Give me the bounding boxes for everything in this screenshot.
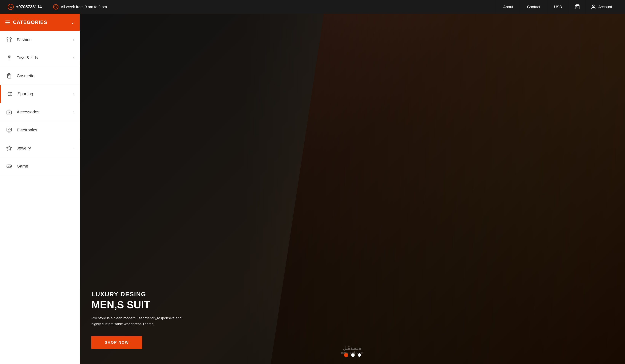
- toys-arrow: ›: [73, 56, 74, 60]
- currency-selector[interactable]: USD: [547, 0, 569, 14]
- jewelry-icon: [5, 145, 13, 151]
- sidebar-item-cosmetic[interactable]: Cosmetic: [0, 67, 80, 85]
- svg-point-20: [10, 166, 11, 167]
- sidebar-item-toys[interactable]: Toys & kids ›: [0, 49, 80, 67]
- sidebar-item-electronics[interactable]: Electronics: [0, 121, 80, 139]
- fashion-icon: [5, 37, 13, 43]
- sidebar-item-jewelry[interactable]: Jewelry ›: [0, 139, 80, 157]
- sidebar-item-fashion[interactable]: Fashion ›: [0, 31, 80, 49]
- phone-contact[interactable]: +9705733114: [8, 4, 42, 10]
- categories-header-left: CATEGORIES: [5, 19, 47, 25]
- hero-description: Pro store is a clean,modern,user friendl…: [91, 315, 183, 327]
- shop-now-button[interactable]: SHOP NOW: [91, 336, 142, 349]
- jewelry-arrow: ›: [73, 146, 74, 150]
- sidebar: CATEGORIES ⌄ Fashion ›: [0, 14, 80, 364]
- cart-icon: [575, 4, 580, 9]
- main-layout: CATEGORIES ⌄ Fashion ›: [0, 14, 625, 364]
- cosmetic-icon: [5, 73, 13, 79]
- hero-title: MEN,S SUIT: [91, 299, 183, 310]
- hamburger-icon: [5, 21, 10, 24]
- hours-info: All week from 9 am to 9 pm: [53, 4, 496, 9]
- svg-point-5: [10, 56, 10, 57]
- hero-section: LUXURY DESING MEN,S SUIT Pro store is a …: [80, 14, 625, 364]
- cart-button[interactable]: [569, 0, 585, 14]
- sporting-icon: [6, 91, 14, 97]
- about-link[interactable]: About: [496, 0, 520, 14]
- account-icon: [591, 4, 596, 9]
- svg-rect-6: [8, 74, 10, 75]
- fashion-label: Fashion: [17, 37, 69, 42]
- topbar-navigation: About Contact USD Account: [496, 0, 617, 14]
- phone-icon: [8, 4, 14, 10]
- electronics-icon: [5, 127, 13, 133]
- slider-dot-2[interactable]: [351, 353, 355, 357]
- hero-subtitle: LUXURY DESING: [91, 291, 183, 298]
- sidebar-item-sporting[interactable]: Sporting ›: [0, 85, 80, 103]
- svg-point-4: [8, 56, 9, 57]
- account-label: Account: [598, 5, 612, 9]
- slider-dot-3[interactable]: [358, 353, 361, 357]
- sidebar-item-accessories[interactable]: Accessories ›: [0, 103, 80, 121]
- sidebar-item-game[interactable]: Game: [0, 157, 80, 175]
- toys-icon: [5, 55, 13, 61]
- jewelry-label: Jewelry: [17, 146, 69, 151]
- electronics-label: Electronics: [17, 128, 74, 133]
- phone-number: +9705733114: [16, 4, 42, 9]
- cosmetic-label: Cosmetic: [17, 73, 74, 78]
- game-label: Game: [17, 164, 74, 169]
- sporting-arrow: ›: [73, 92, 74, 96]
- toys-label: Toys & kids: [17, 55, 69, 60]
- slider-dots: [344, 353, 361, 357]
- accessories-label: Accessories: [17, 110, 69, 114]
- accessories-arrow: ›: [73, 110, 74, 114]
- sporting-label: Sporting: [18, 91, 69, 96]
- chevron-down-icon: ⌄: [71, 20, 74, 25]
- watermark-text: مستقل: [341, 345, 364, 351]
- slider-dot-1[interactable]: [344, 353, 348, 357]
- hero-content: LUXURY DESING MEN,S SUIT Pro store is a …: [80, 291, 194, 364]
- game-icon: [5, 163, 13, 169]
- svg-marker-15: [7, 146, 12, 150]
- hours-text: All week from 9 am to 9 pm: [61, 5, 107, 9]
- categories-header[interactable]: CATEGORIES ⌄: [0, 14, 80, 31]
- svg-point-2: [593, 5, 594, 7]
- topbar: +9705733114 All week from 9 am to 9 pm A…: [0, 0, 625, 14]
- svg-point-19: [10, 166, 10, 166]
- contact-link[interactable]: Contact: [520, 0, 547, 14]
- categories-label: CATEGORIES: [13, 19, 47, 25]
- fashion-arrow: ›: [73, 38, 74, 42]
- account-button[interactable]: Account: [585, 0, 617, 14]
- clock-icon: [53, 4, 59, 9]
- accessories-icon: [5, 109, 13, 115]
